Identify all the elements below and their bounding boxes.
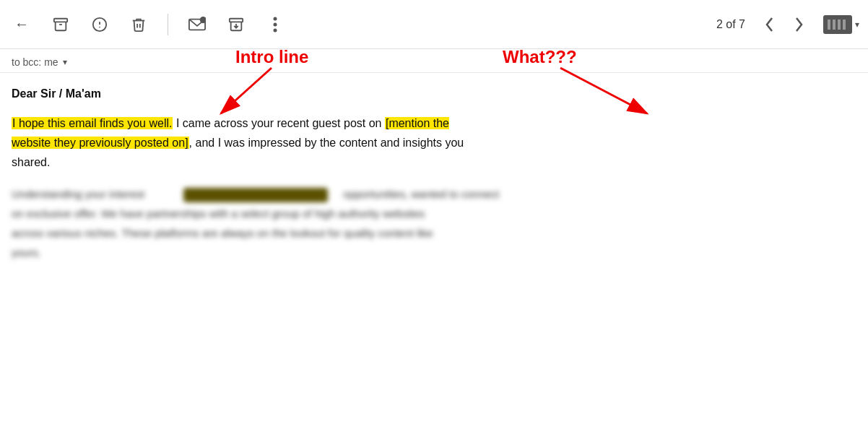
keyboard-icon bbox=[823, 15, 852, 34]
pagination: 2 of 7 bbox=[709, 13, 810, 36]
next-button[interactable] bbox=[787, 13, 810, 36]
keyboard-button[interactable]: ▾ bbox=[823, 15, 859, 34]
svg-point-3 bbox=[100, 27, 100, 27]
archive-button[interactable] bbox=[48, 12, 74, 38]
salutation: Dear Sir / Ma'am bbox=[12, 87, 856, 100]
back-button[interactable]: ← bbox=[9, 12, 35, 38]
keyboard-dropdown-arrow: ▾ bbox=[855, 20, 859, 30]
svg-point-10 bbox=[274, 22, 277, 26]
bcc-dropdown[interactable]: ▾ bbox=[63, 57, 67, 67]
delete-button[interactable] bbox=[126, 12, 152, 38]
bcc-label: to bcc: me bbox=[12, 56, 58, 68]
email-paragraph: I hope this email finds you well. I came… bbox=[12, 113, 856, 173]
email-body: Dear Sir / Ma'am Intro line What??? bbox=[0, 73, 868, 277]
svg-text:!: ! bbox=[201, 17, 203, 22]
blurred-section: Understanding your interest opportunitie… bbox=[12, 184, 856, 262]
prev-button[interactable] bbox=[758, 13, 781, 36]
highlight-intro: I hope this email finds you well. bbox=[12, 117, 173, 129]
toolbar-divider bbox=[168, 14, 168, 35]
svg-point-9 bbox=[274, 17, 277, 20]
email-header: to bcc: me ▾ bbox=[0, 49, 868, 73]
toolbar: ← ! bbox=[0, 0, 868, 49]
more-button[interactable] bbox=[262, 12, 288, 38]
redacted-block bbox=[183, 188, 328, 202]
alert-button[interactable] bbox=[87, 12, 113, 38]
download-button[interactable] bbox=[223, 12, 249, 38]
svg-point-11 bbox=[274, 28, 277, 32]
svg-rect-7 bbox=[230, 18, 243, 22]
send-button[interactable]: ! bbox=[184, 12, 210, 38]
svg-rect-0 bbox=[54, 18, 67, 22]
pagination-text: 2 of 7 bbox=[709, 18, 752, 31]
